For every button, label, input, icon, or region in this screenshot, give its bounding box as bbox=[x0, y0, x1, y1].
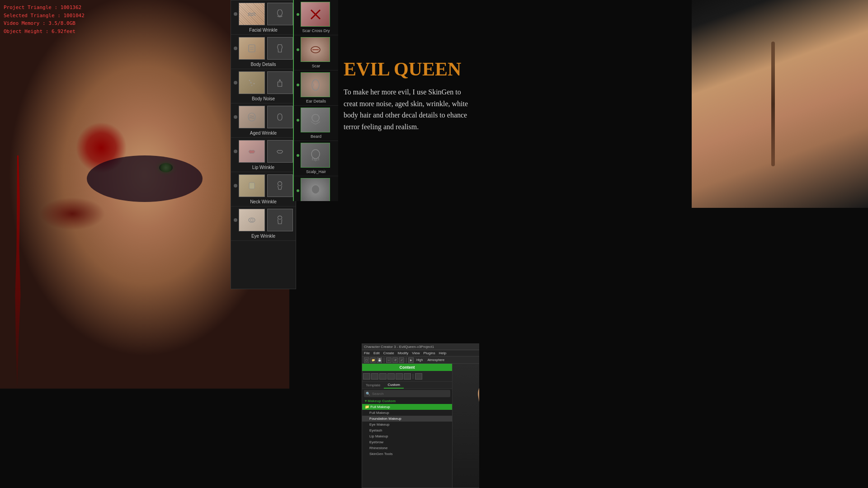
tool-rotate[interactable]: ↺ bbox=[392, 357, 398, 363]
item-skingen-tools[interactable]: SkinGen Tools bbox=[362, 451, 452, 457]
dot-aged bbox=[234, 115, 237, 119]
dot-body-details bbox=[234, 47, 237, 50]
label-eye-wrinkle: Eye Wrinkle bbox=[251, 233, 275, 239]
panel-icon-4[interactable] bbox=[387, 373, 395, 380]
bg-fill-2 bbox=[339, 0, 344, 208]
skin-item-lip-wrinkle[interactable]: Lip Wrinkle bbox=[231, 138, 296, 172]
menu-file[interactable]: File bbox=[364, 351, 370, 355]
dot-scar-cross bbox=[297, 13, 299, 16]
svg-point-0 bbox=[278, 9, 283, 16]
svg-point-4 bbox=[249, 80, 250, 81]
dot-scalp-base bbox=[297, 189, 299, 192]
menu-plugins[interactable]: Plugins bbox=[423, 351, 435, 355]
evil-queen-title: EVIL QUEEN bbox=[344, 59, 475, 80]
panel-icon-2[interactable] bbox=[371, 373, 378, 380]
tool-scale[interactable]: ⤢ bbox=[399, 357, 404, 363]
stat-project-triangle: Project Triangle : 1001362 bbox=[4, 4, 85, 12]
label-facial-wrinkle: Facial Wrinkle bbox=[249, 27, 278, 33]
label-lip-wrinkle: Lip Wrinkle bbox=[252, 164, 274, 171]
thumb-facial-wrinkle bbox=[239, 3, 265, 25]
svg-point-12 bbox=[278, 182, 282, 186]
decal-item-ear-details[interactable]: Ear Details bbox=[294, 70, 338, 106]
skin-item-body-details[interactable]: Body Details bbox=[231, 35, 296, 69]
item-full-makeup[interactable]: Full Makeup bbox=[362, 410, 452, 416]
panel-icon-1[interactable] bbox=[363, 373, 370, 380]
section-makeup-custom: ▾ Makeup Custom bbox=[362, 398, 452, 404]
decal-item-scalp-base[interactable]: Scalp_Base bbox=[294, 176, 338, 201]
thumb-aged-icon bbox=[267, 106, 293, 128]
label-scar: Scar bbox=[312, 63, 321, 69]
stats-overlay: Project Triangle : 1001362 Selected Tria… bbox=[4, 4, 85, 35]
svg-point-22 bbox=[311, 150, 320, 159]
item-eye-makeup[interactable]: Eye Makeup bbox=[362, 422, 452, 427]
panel-toolbar bbox=[362, 371, 452, 382]
stat-selected-triangle: Selected Triangle : 1001042 bbox=[4, 12, 85, 20]
panel-icon-3[interactable] bbox=[379, 373, 387, 380]
svg-point-8 bbox=[249, 84, 250, 85]
thumb-beard bbox=[301, 108, 330, 132]
thumb-aged-wrinkle bbox=[239, 106, 265, 128]
thumb-facial-icon bbox=[267, 3, 293, 25]
thumb-lip-icon bbox=[267, 140, 293, 163]
dot-facial bbox=[234, 12, 237, 16]
decal-item-scar-cross[interactable]: Scar Cross Dry bbox=[294, 0, 338, 35]
full-makeup-label: 📁 Full Makeup bbox=[365, 405, 390, 409]
tool-save[interactable]: 💾 bbox=[377, 357, 382, 363]
label-neck-wrinkle: Neck Wrinkle bbox=[250, 198, 277, 205]
thumb-eye-icon bbox=[267, 209, 293, 231]
decal-item-scalp-hair[interactable]: Scalp_Hair bbox=[294, 141, 338, 176]
menu-create[interactable]: Create bbox=[383, 351, 394, 355]
left-content-panel: Content Template Custom 🔍 Sea bbox=[362, 364, 453, 488]
panel-icon-5[interactable] bbox=[396, 373, 403, 380]
thumb-eye-wrinkle bbox=[239, 209, 265, 231]
menu-edit[interactable]: Edit bbox=[373, 351, 380, 355]
thumb-scalp-hair bbox=[301, 143, 330, 168]
dot-beard bbox=[297, 119, 299, 122]
toolbar-sep2 bbox=[406, 357, 406, 363]
dot-body-noise bbox=[234, 81, 237, 84]
svg-point-20 bbox=[312, 80, 319, 90]
tab-custom[interactable]: Custom bbox=[384, 382, 404, 389]
label-body-noise: Body Noise bbox=[252, 95, 275, 102]
tool-move[interactable]: ↔ bbox=[386, 357, 392, 363]
skin-item-aged-wrinkle[interactable]: Aged Wrinkle bbox=[231, 103, 296, 138]
full-makeup-nav[interactable]: 📁 Full Makeup bbox=[362, 404, 452, 410]
dot-lip bbox=[234, 150, 237, 153]
tab-template[interactable]: Template bbox=[362, 382, 384, 389]
label-ear-details: Ear Details bbox=[306, 98, 326, 104]
thumb-scalp-base bbox=[301, 178, 330, 201]
menu-modify[interactable]: Modify bbox=[398, 351, 409, 355]
menu-help[interactable]: Help bbox=[439, 351, 446, 355]
item-foundation-makeup[interactable]: Foundation Makeup bbox=[362, 416, 452, 422]
item-eyebrow[interactable]: Eyebrow bbox=[362, 439, 452, 445]
back-neck bbox=[692, 0, 868, 208]
dot-ear bbox=[297, 84, 299, 86]
tool-open[interactable]: 📁 bbox=[370, 357, 376, 363]
label-scar-cross: Scar Cross Dry bbox=[302, 28, 330, 34]
thumb-body-details bbox=[239, 37, 265, 60]
thumb-neck-icon bbox=[267, 174, 293, 197]
item-eyelash[interactable]: Eyelash bbox=[362, 427, 452, 433]
menu-view[interactable]: View bbox=[412, 351, 420, 355]
panel-search-bar[interactable]: 🔍 Search bbox=[364, 390, 450, 397]
thumb-body-noise bbox=[239, 71, 265, 94]
skin-item-body-noise[interactable]: Body Noise bbox=[231, 69, 296, 103]
item-lip-makeup[interactable]: Lip Makeup bbox=[362, 433, 452, 439]
decal-item-scar[interactable]: Scar bbox=[294, 35, 338, 70]
tool-render[interactable]: ▶ bbox=[408, 357, 414, 363]
decal-item-beard[interactable]: Beard bbox=[294, 106, 338, 141]
skin-item-facial-wrinkle[interactable]: Facial Wrinkle bbox=[231, 0, 296, 35]
stat-video-memory: Video Memory : 3.5/8.0GB bbox=[4, 19, 85, 28]
svg-rect-1 bbox=[249, 45, 255, 52]
svg-point-21 bbox=[312, 114, 319, 122]
label-beard: Beard bbox=[311, 133, 321, 140]
panel-icon-7[interactable] bbox=[415, 373, 422, 380]
eye-makeup bbox=[87, 155, 203, 202]
bg-fill-right-bottom bbox=[479, 208, 868, 488]
skin-item-neck-wrinkle[interactable]: Neck Wrinkle bbox=[231, 172, 296, 206]
skin-item-eye-wrinkle[interactable]: Eye Wrinkle bbox=[231, 206, 296, 241]
tool-new[interactable]: ▢ bbox=[364, 357, 369, 363]
panel-icon-6[interactable] bbox=[404, 373, 411, 380]
item-rhinestone[interactable]: Rhinestone bbox=[362, 445, 452, 451]
thumb-neck-wrinkle bbox=[239, 174, 265, 197]
